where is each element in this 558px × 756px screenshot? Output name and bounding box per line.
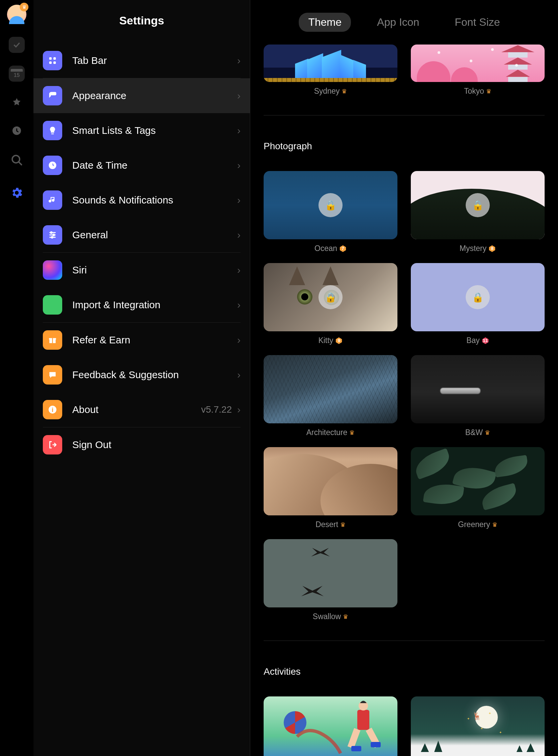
crown-icon: ♛ (340, 521, 346, 528)
theme-label: Sydney (314, 87, 340, 96)
theme-xmas[interactable]: 🦌 ✦✦✦✦ Xmas (411, 697, 544, 756)
sidebar-item-sounds[interactable]: Sounds & Notifications › (43, 183, 240, 218)
gift-icon (43, 330, 62, 350)
clock-icon (43, 156, 62, 175)
theme-bay[interactable]: 🔒 Bay 11 (411, 263, 544, 345)
theme-label: Swallow (313, 612, 341, 621)
sidebar-item-import[interactable]: Import & Integration › (43, 287, 240, 322)
sidebar-item-label: Date & Time (72, 160, 237, 171)
sidebar-item-general[interactable]: General › (43, 218, 240, 252)
sidebar-item-label: Sign Out (72, 439, 240, 450)
sidebar-item-label: Import & Integration (72, 299, 237, 310)
sidebar-item-appearance[interactable]: Appearance › (33, 78, 250, 113)
brush-icon (43, 86, 62, 105)
download-icon (43, 295, 62, 314)
chevron-right-icon: › (237, 404, 240, 415)
tab-theme[interactable]: Theme (299, 13, 351, 32)
sidebar-title: Settings (33, 0, 250, 43)
lock-icon: 🔒 (466, 193, 490, 217)
theme-bw[interactable]: B&W♛ (411, 355, 544, 437)
crown-icon: ♛ (341, 88, 347, 95)
theme-worldcup[interactable]: WorldCup (263, 697, 398, 756)
svg-point-8 (51, 232, 52, 234)
chevron-right-icon: › (237, 160, 240, 171)
info-icon: i (43, 400, 62, 419)
nav-rail: ♛ 15 (0, 0, 33, 756)
calendar-icon[interactable]: 15 (9, 66, 25, 82)
level-badge: 9 (335, 337, 343, 344)
theme-label: B&W (465, 428, 483, 437)
theme-desert[interactable]: Desert♛ (263, 447, 398, 529)
avatar-crown-badge: ♛ (20, 3, 28, 11)
main-content: Theme App Icon Font Size Sydney♛ (250, 0, 558, 756)
svg-point-10 (53, 234, 54, 236)
chevron-right-icon: › (237, 125, 240, 136)
theme-label: Bay (466, 336, 480, 345)
theme-label: Desert (315, 520, 338, 529)
avatar[interactable]: ♛ (7, 5, 26, 24)
events-icon[interactable] (9, 94, 25, 110)
sidebar-item-about[interactable]: i About v5.7.22 › (43, 392, 240, 427)
theme-greenery[interactable]: Greenery♛ (411, 447, 544, 529)
theme-label: Greenery (458, 520, 490, 529)
section-photograph: Photograph (263, 141, 544, 152)
sleigh-icon: 🦌 (472, 712, 489, 719)
svg-line-1 (19, 162, 21, 165)
sidebar-item-label: About (72, 404, 201, 415)
music-icon (43, 191, 62, 210)
sidebar-item-refer[interactable]: Refer & Earn › (43, 323, 240, 357)
sidebar-item-smart-lists[interactable]: Smart Lists & Tags › (43, 113, 240, 148)
chevron-right-icon: › (237, 264, 240, 276)
tab-font-size[interactable]: Font Size (445, 13, 509, 32)
svg-rect-22 (357, 710, 369, 730)
tab-app-icon[interactable]: App Icon (367, 13, 429, 32)
lock-icon: 🔒 (319, 285, 343, 309)
chevron-right-icon: › (237, 299, 240, 310)
theme-swallow[interactable]: Swallow♛ (263, 539, 398, 621)
search-icon[interactable] (9, 152, 25, 168)
theme-kitty[interactable]: 🔒 Kitty 9 (263, 263, 398, 345)
tasks-icon[interactable] (9, 37, 25, 53)
svg-rect-26 (351, 746, 361, 751)
chevron-right-icon: › (237, 334, 240, 346)
version-text: v5.7.22 (201, 404, 232, 415)
level-badge: 8 (488, 245, 496, 252)
sidebar-item-feedback[interactable]: Feedback & Suggestion › (43, 357, 240, 392)
theme-label: Kitty (319, 336, 333, 345)
crown-icon: ♛ (485, 429, 490, 436)
theme-label: Mystery (460, 244, 487, 253)
lock-icon: 🔒 (319, 193, 343, 217)
sidebar-item-sign-out[interactable]: Sign Out (43, 427, 240, 462)
theme-sydney[interactable]: Sydney♛ (263, 45, 398, 96)
chevron-right-icon: › (237, 369, 240, 380)
pomo-icon[interactable] (9, 123, 25, 139)
theme-ocean[interactable]: 🔒 Ocean 7 (263, 171, 398, 253)
svg-rect-4 (49, 61, 52, 64)
sliders-icon (43, 225, 62, 245)
theme-tokyo[interactable]: Tokyo♛ (411, 45, 544, 96)
appearance-tabs: Theme App Icon Font Size (263, 0, 544, 45)
chevron-right-icon: › (237, 55, 240, 66)
sidebar-item-tab-bar[interactable]: Tab Bar › (43, 43, 240, 78)
theme-architecture[interactable]: Architecture♛ (263, 355, 398, 437)
theme-mystery[interactable]: 🔒 Mystery 8 (411, 171, 544, 253)
bulb-icon (43, 121, 62, 140)
settings-icon[interactable] (9, 185, 25, 201)
chat-icon (43, 365, 62, 384)
crown-icon: ♛ (349, 429, 355, 436)
sidebar-item-label: Smart Lists & Tags (72, 125, 237, 136)
svg-rect-24 (348, 728, 361, 749)
crown-icon: ♛ (492, 521, 498, 528)
settings-sidebar: Settings Tab Bar › Appearance › Smart Li… (33, 0, 250, 756)
level-badge: 11 (482, 337, 489, 344)
svg-rect-27 (371, 742, 381, 747)
sidebar-item-date-time[interactable]: Date & Time › (43, 148, 240, 183)
crown-icon: ♛ (486, 88, 491, 95)
svg-text:i: i (52, 406, 53, 413)
crown-icon: ♛ (343, 613, 348, 621)
chevron-right-icon: › (237, 195, 240, 206)
sidebar-item-siri[interactable]: Siri › (43, 253, 240, 287)
theme-label: Tokyo (464, 87, 484, 96)
lock-icon: 🔒 (466, 285, 490, 309)
logout-icon (43, 435, 62, 454)
